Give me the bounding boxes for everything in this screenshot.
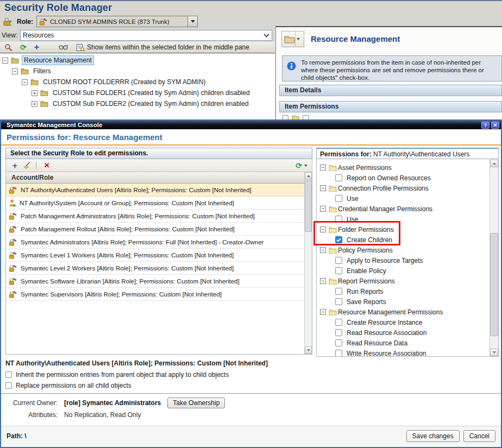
account-row[interactable]: Symantec Level 2 Workers [Altiris Role];… (6, 262, 304, 275)
account-row[interactable]: Symantec Software Librarian [Altiris Rol… (6, 275, 304, 288)
permission-folder-item[interactable]: −Policy Permissions (317, 245, 490, 255)
account-row[interactable]: Patch Management Administrators [Altiris… (6, 210, 304, 223)
inherit-permissions-checkbox[interactable] (5, 371, 12, 378)
account-row[interactable]: Symantec Administrators [Altiris Role]; … (6, 236, 304, 249)
broom-clean-icon[interactable] (23, 161, 32, 169)
permission-check-item[interactable]: Use (317, 214, 490, 224)
dialog-body: Select the Security Role to edit permiss… (1, 146, 501, 446)
tree-expander-icon[interactable]: − (320, 165, 326, 171)
account-row[interactable]: Symantec Supervisors [Altiris Role]; Per… (6, 288, 304, 301)
permission-folder-item[interactable]: −Resource Management Permissions (317, 307, 490, 317)
scroll-up-icon[interactable] (490, 160, 498, 167)
permission-folder-item[interactable]: −Report Permissions (317, 276, 490, 286)
refresh-dropdown-arrow[interactable] (304, 165, 308, 167)
account-column-header[interactable]: Account/Role (6, 172, 304, 184)
refresh-icon[interactable]: ⟳ (20, 44, 27, 51)
tree-expander-icon[interactable]: − (320, 206, 326, 212)
permission-check-item[interactable]: Report on Owned Resources (317, 173, 490, 183)
show-items-icon[interactable] (76, 43, 85, 52)
tree-expander-icon[interactable]: − (12, 68, 18, 74)
permission-checkbox[interactable] (335, 174, 342, 181)
checkbox[interactable] (303, 115, 309, 120)
scroll-thumb[interactable] (305, 180, 312, 232)
account-row-label: Patch Management Rollout [Altiris Role];… (21, 226, 235, 232)
tree-expander-icon[interactable]: + (32, 101, 37, 107)
view-dropdown[interactable]: Resources (20, 30, 272, 41)
permission-checkbox[interactable] (335, 298, 342, 305)
search-icon[interactable] (4, 43, 12, 52)
item-details-section-header[interactable]: Item Details (279, 85, 502, 96)
permission-folder-item[interactable]: −Credential Manager Permissions (317, 204, 490, 214)
tree-expander-icon[interactable]: − (320, 226, 326, 232)
permission-check-item[interactable]: Read Resource Data (317, 338, 490, 348)
scroll-down-icon[interactable] (490, 349, 498, 356)
add-account-icon[interactable]: + (12, 161, 17, 170)
permission-checkbox[interactable] (335, 329, 342, 336)
permission-checkbox[interactable] (335, 216, 342, 223)
save-changes-button[interactable]: Save changes (406, 430, 460, 442)
help-button[interactable]: ? (481, 122, 490, 129)
take-ownership-button[interactable]: Take Ownership (167, 397, 225, 408)
cancel-button[interactable]: Cancel (463, 430, 495, 442)
permission-check-item[interactable]: Use (317, 193, 490, 204)
tree-expander-icon[interactable]: − (320, 309, 326, 315)
permission-check-item[interactable]: Create Children (317, 235, 490, 245)
replace-permissions-checkbox[interactable] (5, 382, 12, 389)
role-dropdown-arrow[interactable] (187, 16, 198, 27)
item-permissions-section-header[interactable]: Item Permissions (279, 101, 502, 112)
permission-check-item[interactable]: Enable Policy (317, 266, 490, 276)
refresh-icon[interactable]: ⟳ (296, 162, 302, 169)
item-permission-partial-row (283, 114, 309, 119)
permission-label: Run Reports (347, 288, 383, 295)
permission-folder-item[interactable]: −Connection Profile Permissions (317, 183, 490, 193)
scroll-up-icon[interactable] (305, 172, 312, 180)
permission-checkbox[interactable] (335, 319, 342, 326)
permission-check-item[interactable]: Write Resource Association (317, 348, 490, 356)
bg-tree-item[interactable]: +CUSTOM Sub FOLDER2 (Created by Sym Admi… (0, 98, 275, 109)
bg-tree-item[interactable]: −CUSTOM ROOT FOLDERRR (Created by SYM AD… (0, 77, 275, 87)
permission-folder-item[interactable]: −Folder Permissions (317, 224, 490, 235)
selection-summary: NT Authority\Authenticated Users [Altiri… (5, 359, 497, 393)
permission-checkbox[interactable] (335, 236, 342, 243)
tree-expander-icon[interactable]: − (2, 58, 8, 64)
folder-icon (30, 79, 39, 85)
tree-expander-icon[interactable]: − (320, 278, 326, 284)
permission-checkbox[interactable] (335, 288, 342, 295)
permissions-scrollbar[interactable] (490, 160, 498, 356)
add-icon[interactable]: + (34, 43, 39, 51)
permission-check-item[interactable]: Create Resource Instance (317, 317, 490, 327)
folder-icon (329, 226, 337, 233)
item-icon-button[interactable] (281, 31, 304, 47)
account-scrollbar[interactable] (304, 172, 312, 354)
permission-folder-item[interactable]: −Asset Permissions (317, 162, 490, 173)
tree-expander-icon[interactable]: − (320, 185, 326, 191)
permission-checkbox[interactable] (335, 339, 342, 346)
scroll-down-icon[interactable] (305, 346, 312, 354)
permission-check-item[interactable]: Run Reports (317, 286, 490, 296)
close-button[interactable]: ✕ (491, 122, 499, 129)
account-row[interactable]: Patch Management Rollout [Altiris Role];… (6, 223, 304, 236)
permission-checkbox[interactable] (335, 350, 342, 356)
tree-expander-icon[interactable]: − (320, 247, 326, 253)
account-row[interactable]: NT Authority\System [Account or Group]; … (6, 197, 304, 210)
account-row[interactable]: NT Authority\Authenticated Users [Altiri… (6, 184, 304, 197)
bg-tree-item[interactable]: +CUSTOM Sub FOLDER1 (Created by Sym Admi… (0, 87, 275, 98)
tree-expander-icon[interactable]: − (22, 79, 28, 85)
permission-checkbox[interactable] (335, 267, 342, 274)
permission-check-item[interactable]: Read Resource Association (317, 327, 490, 338)
preview-glasses-icon[interactable] (59, 44, 68, 51)
account-list: NT Authority\Authenticated Users [Altiri… (6, 184, 304, 354)
permission-checkbox[interactable] (335, 257, 342, 264)
account-row[interactable]: Symantec Level 1 Workers [Altiris Role];… (6, 249, 304, 262)
permission-check-item[interactable]: Save Reports (317, 296, 490, 307)
bg-tree-item[interactable]: −Filters (0, 66, 275, 77)
role-dropdown[interactable]: CLONED SYM ADMINS ROLE (873 Trunk) (36, 16, 187, 27)
scroll-thumb[interactable] (490, 233, 498, 336)
item-icon-dropdown-arrow[interactable] (295, 31, 301, 47)
permission-check-item[interactable]: Apply to Resource Targets (317, 255, 490, 266)
permission-checkbox[interactable] (335, 195, 342, 202)
checkbox[interactable] (283, 115, 288, 120)
bg-tree-item[interactable]: −Resource Management (0, 55, 275, 66)
delete-account-icon[interactable]: ✕ (44, 161, 50, 169)
tree-expander-icon[interactable]: + (32, 90, 37, 96)
